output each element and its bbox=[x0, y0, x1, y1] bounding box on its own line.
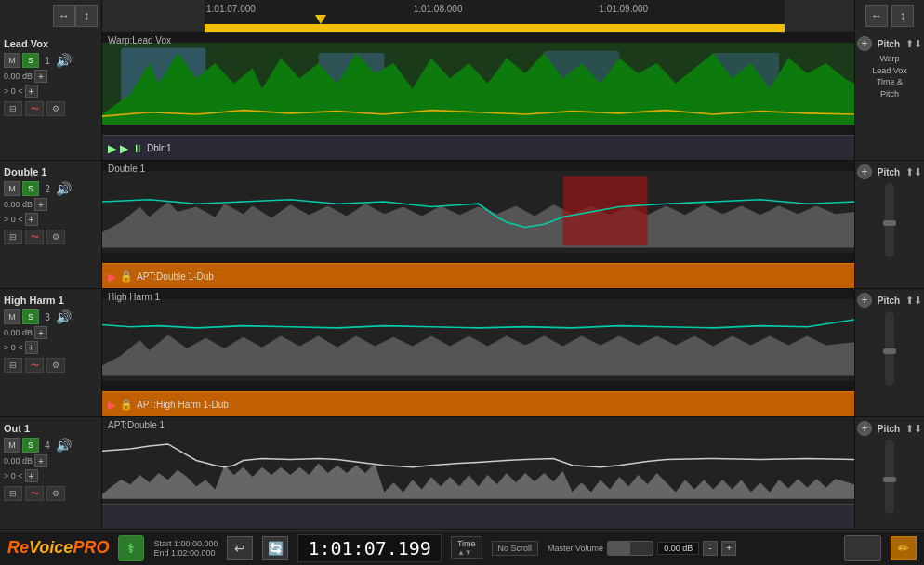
track4-solo[interactable]: S bbox=[22, 438, 39, 453]
track3-volume: 0.00 dB bbox=[4, 328, 33, 337]
track3-pitch-plus[interactable]: + bbox=[857, 293, 872, 308]
track2-pitch-sidebar: + Pitch ⬆⬇ bbox=[854, 161, 924, 288]
playhead-bar bbox=[205, 24, 785, 32]
track2-icon1[interactable]: ⊟ bbox=[4, 230, 22, 244]
track4-vol-plus[interactable]: + bbox=[34, 454, 47, 467]
track1-pan-row: > 0 < + bbox=[4, 85, 98, 98]
nav-expand2-btn[interactable]: ↕ bbox=[891, 5, 914, 27]
track2-vol-plus[interactable]: + bbox=[34, 198, 47, 211]
track1-icon3[interactable]: ⚙ bbox=[46, 101, 65, 116]
track3-pan-plus[interactable]: + bbox=[25, 341, 38, 354]
track1-pitch-plus[interactable]: + bbox=[857, 36, 872, 51]
track3-pan: > 0 < bbox=[4, 343, 23, 352]
scroll-mode-label: No Scroll bbox=[498, 544, 533, 553]
track3-pitch-thumb bbox=[883, 348, 896, 354]
undo-btn[interactable]: ↩ bbox=[227, 536, 253, 560]
track1-play-icon[interactable]: ▶ bbox=[108, 142, 116, 155]
loop-btn[interactable]: 🔄 bbox=[262, 536, 288, 560]
track3-icon2[interactable]: 〜 bbox=[25, 358, 44, 373]
track2-pitch-plus[interactable]: + bbox=[857, 164, 872, 179]
track1-icons: ⊟ 〜 ⚙ bbox=[4, 101, 98, 116]
nav-fit-btn[interactable]: ↔ bbox=[53, 5, 75, 27]
track4-clip-bar bbox=[102, 504, 854, 529]
master-volume-area: Master Volume 0.00 dB - + bbox=[548, 541, 736, 556]
track2-mute[interactable]: M bbox=[4, 181, 20, 196]
track3-solo[interactable]: S bbox=[22, 309, 39, 324]
track1-pause-icon[interactable]: ⏸ bbox=[132, 142, 143, 155]
track1-pitch-label: Pitch bbox=[878, 39, 900, 49]
track2-pitch-arrows[interactable]: ⬆⬇ bbox=[905, 166, 922, 178]
track3-vol-plus[interactable]: + bbox=[34, 326, 47, 339]
track4-pitch-arrows[interactable]: ⬆⬇ bbox=[905, 423, 922, 435]
track4-pitch-slider[interactable] bbox=[885, 440, 894, 514]
track3-lock-icon: 🔒 bbox=[120, 399, 133, 411]
nav-expand-btn[interactable]: ↔ bbox=[865, 5, 888, 27]
track1-pan-plus[interactable]: + bbox=[25, 85, 38, 98]
scroll-mode-display[interactable]: No Scroll bbox=[492, 541, 539, 556]
start-time: Start 1:00:00.000 bbox=[153, 539, 218, 548]
track3-play-icon[interactable]: ▶ bbox=[108, 399, 116, 412]
track3-pan-row: > 0 < + bbox=[4, 341, 98, 354]
track1-warp-label: Warp:Lead Vox bbox=[108, 35, 171, 46]
track4-icon1[interactable]: ⊟ bbox=[4, 486, 22, 501]
track2-pitch-label: Pitch bbox=[878, 167, 900, 177]
track4-waveform: APT:Double 1 bbox=[102, 417, 854, 504]
track4-warp-label: APT:Double 1 bbox=[108, 420, 165, 430]
timeline-ruler: 1:01:07.000 1:01:08.000 1:01:09.000 bbox=[205, 0, 785, 33]
track3-speaker-icon[interactable]: 🔊 bbox=[56, 309, 72, 324]
track1-speaker-icon[interactable]: 🔊 bbox=[56, 53, 72, 68]
track2-speaker-icon[interactable]: 🔊 bbox=[56, 181, 72, 196]
master-vol-slider[interactable] bbox=[607, 541, 653, 556]
track2-play-icon[interactable]: ▶ bbox=[108, 270, 116, 283]
track2-pan: > 0 < bbox=[4, 215, 23, 224]
track1-buttons: M S 1 🔊 bbox=[4, 53, 98, 68]
logo-re: Re bbox=[7, 538, 29, 557]
track1-controls: Lead Vox M S 1 🔊 0.00 dB + > 0 < + ⊟ bbox=[0, 33, 102, 160]
track4-icon2[interactable]: 〜 bbox=[25, 486, 44, 501]
track3-pitch-slider[interactable] bbox=[885, 311, 894, 386]
track3-clip-bar: ▶ 🔒 APT:High Harm 1-Dub bbox=[102, 391, 854, 416]
track2-pitch-thumb bbox=[883, 220, 896, 226]
end-time: End 1:02:00.000 bbox=[153, 548, 218, 558]
time-mode-display[interactable]: Time ▲▼ bbox=[451, 536, 482, 559]
track2-icon2[interactable]: 〜 bbox=[25, 230, 44, 244]
nav-zoom-btn[interactable]: ↕ bbox=[75, 5, 98, 27]
track3-mute[interactable]: M bbox=[4, 309, 20, 324]
track1-icon2[interactable]: 〜 bbox=[25, 101, 44, 116]
playhead-arrow bbox=[315, 15, 326, 24]
track3-pitch-arrows[interactable]: ⬆⬇ bbox=[905, 295, 922, 307]
track2-lock-icon: 🔒 bbox=[120, 270, 133, 282]
track1-name: Lead Vox bbox=[4, 38, 98, 49]
track1-pitch-info: WarpLead VoxTime &Pitch bbox=[872, 53, 907, 99]
track4-pan-row: > 0 < + bbox=[4, 469, 98, 482]
track2-pan-plus[interactable]: + bbox=[25, 213, 38, 226]
track4-row: Out 1 M S 4 🔊 0.00 dB + > 0 < + ⊟ 〜 bbox=[0, 417, 924, 530]
track1-icon1[interactable]: ⊟ bbox=[4, 101, 22, 116]
master-vol-minus[interactable]: - bbox=[703, 541, 718, 556]
start-end-display: Start 1:00:00.000 End 1:02:00.000 bbox=[153, 539, 218, 558]
track4-pitch-plus[interactable]: + bbox=[857, 421, 872, 436]
track3-waveform-svg bbox=[102, 289, 854, 391]
track3-warp-label: High Harm 1 bbox=[108, 292, 160, 302]
track4-mute[interactable]: M bbox=[4, 438, 20, 453]
track3-icon1[interactable]: ⊟ bbox=[4, 358, 22, 373]
track2-pitch-slider[interactable] bbox=[885, 183, 894, 257]
time-mode-arrows[interactable]: ▲▼ bbox=[457, 548, 476, 557]
dna-button[interactable]: ⚕ bbox=[118, 535, 144, 561]
master-vol-plus[interactable]: + bbox=[721, 541, 736, 556]
track1-vol-plus[interactable]: + bbox=[34, 70, 47, 83]
track1-pitch-arrows[interactable]: ⬆⬇ bbox=[905, 38, 922, 50]
track4-speaker-icon[interactable]: 🔊 bbox=[56, 438, 72, 453]
track2-solo[interactable]: S bbox=[22, 181, 39, 196]
track3-icons: ⊟ 〜 ⚙ bbox=[4, 358, 98, 373]
track2-icon3[interactable]: ⚙ bbox=[46, 230, 65, 244]
track1-play2-icon[interactable]: ▶ bbox=[120, 142, 128, 155]
track1-mute[interactable]: M bbox=[4, 53, 20, 68]
track4-icon3[interactable]: ⚙ bbox=[46, 486, 65, 501]
track4-pan-plus[interactable]: + bbox=[25, 469, 38, 482]
pencil-btn[interactable]: ✏ bbox=[891, 536, 917, 560]
track3-icon3[interactable]: ⚙ bbox=[46, 358, 65, 373]
track2-clip-name: APT:Double 1-Dub bbox=[137, 271, 214, 282]
track1-solo[interactable]: S bbox=[22, 53, 39, 68]
track2-icons: ⊟ 〜 ⚙ bbox=[4, 230, 98, 244]
